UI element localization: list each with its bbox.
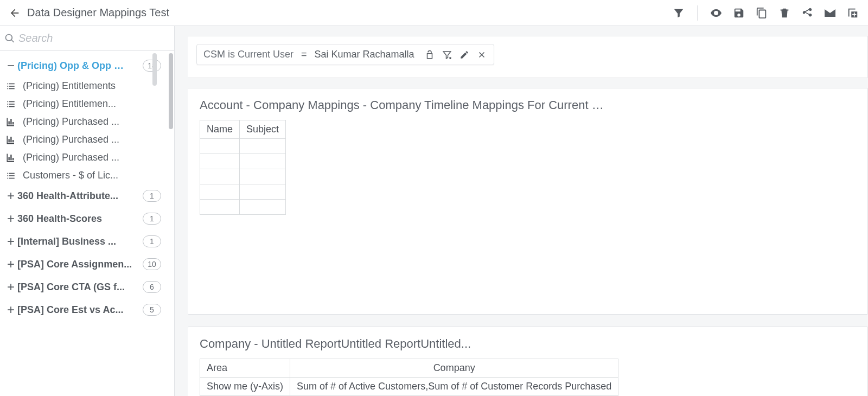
- expand-icon: +: [5, 282, 16, 292]
- sidebar-item[interactable]: (Pricing) Purchased ...: [0, 149, 172, 167]
- header: Data Designer Mappings Test: [0, 0, 868, 26]
- filter-remove-icon[interactable]: [442, 49, 452, 60]
- sidebar-group-label: [PSA] Core Est vs Ac...: [16, 304, 143, 316]
- report-2-table: Area Company Show me (y-Axis) Sum of # o…: [200, 359, 618, 396]
- report-title-2: Company - Untitled ReportUntitled Report…: [200, 337, 856, 351]
- card2-row1label: Show me (y-Axis): [200, 378, 290, 396]
- sidebar-group-g1[interactable]: +360 Health-Attribute...1: [0, 184, 172, 207]
- table-cell: [240, 200, 286, 215]
- sidebar-group-count: 18: [143, 60, 161, 72]
- sidebar-item[interactable]: (Pricing) Purchased ...: [0, 113, 172, 131]
- main: CSM is Current User = Sai Kumar Rachamal…: [175, 26, 868, 396]
- filter-chip[interactable]: CSM is Current User = Sai Kumar Rachamal…: [196, 44, 494, 65]
- expand-icon: +: [5, 213, 16, 224]
- card2-col1: Area: [200, 359, 290, 378]
- trash-icon[interactable]: [778, 7, 791, 20]
- table-cell: [240, 184, 286, 200]
- sidebar-group-label: [PSA] Core Assignmen...: [16, 259, 143, 270]
- edit-icon[interactable]: [459, 49, 470, 60]
- filter-icon[interactable]: [672, 7, 685, 20]
- table-row: [200, 184, 286, 200]
- unlock-icon[interactable]: [424, 49, 435, 60]
- sidebar-group-label: 360 Health-Scores: [16, 213, 143, 225]
- expand-icon: +: [5, 190, 16, 201]
- sidebar-item[interactable]: (Pricing) Purchased ...: [0, 131, 172, 149]
- sidebar-item-label: (Pricing) Purchased ...: [23, 116, 167, 127]
- back-button[interactable]: [7, 5, 23, 21]
- table-header: Name: [200, 120, 240, 139]
- sidebar-group-label: [Internal] Business ...: [16, 236, 143, 247]
- sidebar: −(Pricing) Opp & Opp …18(Pricing) Entitl…: [0, 26, 175, 396]
- list-icon: [5, 170, 16, 181]
- card2-row1value: Sum of # of Active Customers,Sum of # of…: [290, 378, 618, 396]
- list-icon: [5, 81, 16, 92]
- save-icon[interactable]: [732, 7, 745, 20]
- sidebar-item[interactable]: (Pricing) Entitlemen...: [0, 95, 172, 113]
- table-cell: [200, 139, 240, 154]
- card2-col2: Company: [290, 359, 618, 378]
- page-title: Data Designer Mappings Test: [27, 7, 169, 19]
- sidebar-item-label: (Pricing) Purchased ...: [23, 152, 167, 163]
- expand-icon: +: [5, 304, 16, 315]
- sidebar-group-g3[interactable]: +[Internal] Business ...1: [0, 230, 172, 253]
- table-cell: [200, 169, 240, 184]
- sidebar-item-label: Customers - $ of Lic...: [23, 170, 167, 181]
- copy-icon[interactable]: [755, 7, 768, 20]
- report-1-table: NameSubject: [200, 120, 286, 215]
- table-row: [200, 139, 286, 154]
- sidebar-group-g0[interactable]: −(Pricing) Opp & Opp …18: [0, 54, 172, 77]
- expand-icon: +: [5, 236, 16, 247]
- sidebar-group-count: 1: [143, 213, 161, 225]
- filter-operator: =: [301, 49, 307, 60]
- sidebar-group-label: 360 Health-Attribute...: [16, 190, 143, 202]
- bar-chart-icon: [5, 152, 16, 163]
- sidebar-item-label: (Pricing) Entitlemen...: [23, 98, 167, 110]
- sidebar-item[interactable]: Customers - $ of Lic...: [0, 167, 172, 184]
- bar-chart-icon: [5, 117, 16, 127]
- scrollbar-inner[interactable]: [159, 51, 164, 396]
- table-row: [200, 154, 286, 169]
- sidebar-tree: −(Pricing) Opp & Opp …18(Pricing) Entitl…: [0, 51, 174, 396]
- table-cell: [200, 154, 240, 169]
- table-header: Subject: [240, 120, 286, 139]
- table-cell: [240, 139, 286, 154]
- expand-icon: +: [5, 259, 16, 270]
- filter-bar: CSM is Current User = Sai Kumar Rachamal…: [188, 36, 868, 78]
- sidebar-item-label: (Pricing) Purchased ...: [23, 134, 167, 145]
- sidebar-group-g6[interactable]: +[PSA] Core Est vs Ac...5: [0, 298, 172, 321]
- sidebar-group-count: 1: [143, 190, 161, 202]
- sidebar-group-count: 6: [143, 281, 161, 293]
- search-icon: [4, 33, 15, 44]
- sidebar-group-g4[interactable]: +[PSA] Core Assignmen...10: [0, 253, 172, 276]
- collapse-icon: −: [5, 60, 16, 71]
- sidebar-item-label: (Pricing) Entitlements: [23, 80, 167, 92]
- search-row: [0, 26, 174, 51]
- bar-chart-icon: [5, 135, 16, 145]
- filter-value: Sai Kumar Rachamalla: [315, 49, 414, 60]
- table-row: [200, 169, 286, 184]
- report-card-2: Company - Untitled ReportUntitled Report…: [188, 327, 868, 396]
- table-cell: [240, 169, 286, 184]
- sidebar-group-count: 10: [143, 258, 161, 270]
- sidebar-group-count: 1: [143, 235, 161, 247]
- list-icon: [5, 99, 16, 110]
- mail-icon[interactable]: [824, 7, 837, 20]
- table-cell: [200, 184, 240, 200]
- filter-field: CSM is Current User: [203, 49, 293, 60]
- report-card-1: Account - Company Mappings - Company Tim…: [188, 88, 868, 315]
- eye-icon[interactable]: [710, 7, 723, 20]
- report-title-1: Account - Company Mappings - Company Tim…: [200, 98, 856, 112]
- search-input[interactable]: [15, 31, 170, 45]
- sidebar-group-g5[interactable]: +[PSA] Core CTA (GS f...6: [0, 276, 172, 298]
- table-cell: [200, 200, 240, 215]
- header-toolbar: [672, 5, 861, 21]
- close-icon[interactable]: [476, 49, 487, 60]
- sidebar-item[interactable]: (Pricing) Entitlements: [0, 77, 172, 95]
- scrollbar-outer[interactable]: [168, 51, 173, 396]
- share-icon[interactable]: [801, 7, 814, 20]
- sidebar-group-g2[interactable]: +360 Health-Scores1: [0, 207, 172, 230]
- sidebar-group-label: (Pricing) Opp & Opp …: [16, 60, 143, 72]
- add-icon[interactable]: [846, 7, 859, 20]
- sidebar-group-count: 5: [143, 304, 161, 316]
- separator: [697, 5, 698, 21]
